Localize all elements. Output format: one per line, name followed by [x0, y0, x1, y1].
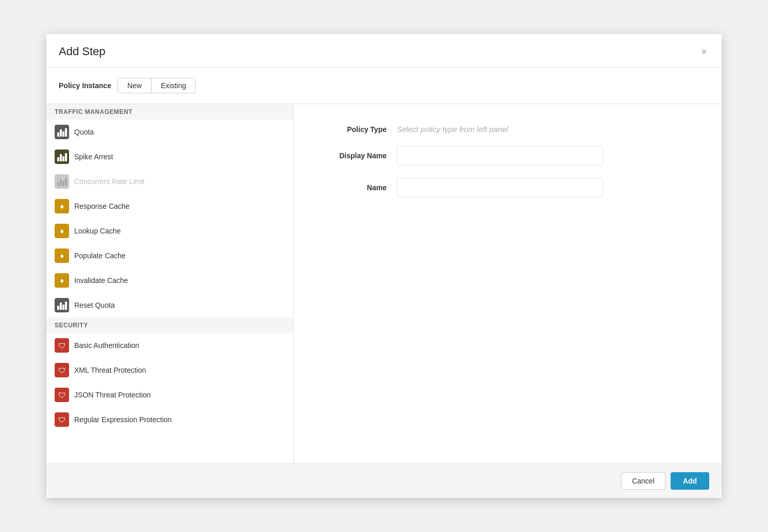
list-item-regex-protection[interactable]: 🛡 Regular Expression Protection: [46, 407, 293, 432]
invalidate-cache-icon: ⬧: [55, 273, 69, 288]
regex-protection-label: Regular Expression Protection: [74, 415, 172, 424]
list-item-response-cache[interactable]: ⬧ Response Cache: [46, 194, 293, 219]
invalidate-cache-label: Invalidate Cache: [74, 276, 128, 285]
shield-icon-regex: 🛡: [58, 415, 66, 424]
concurrent-rate-limit-label: Concurrent Rate Limit: [74, 177, 144, 186]
diamond-icon-response: ⬧: [59, 202, 64, 211]
bar-chart-icon-concurrent: [56, 176, 69, 188]
diamond-icon-lookup: ⬧: [59, 226, 64, 236]
existing-toggle-button[interactable]: Existing: [152, 78, 195, 93]
display-name-row: Display Name: [325, 146, 691, 165]
new-toggle-button[interactable]: New: [118, 78, 152, 93]
policy-instance-toggle: New Existing: [118, 78, 196, 93]
dialog-body: Policy Instance New Existing TRAFFIC MAN…: [46, 68, 722, 463]
lookup-cache-icon: ⬧: [55, 224, 69, 238]
list-item-spike-arrest[interactable]: Spike Arrest: [46, 144, 293, 169]
list-item-populate-cache[interactable]: ⬧ Populate Cache: [46, 243, 293, 268]
basic-auth-icon: 🛡: [55, 338, 69, 353]
right-panel: Policy Type Select policy type from left…: [294, 104, 722, 463]
response-cache-icon: ⬧: [55, 199, 69, 213]
content-area: TRAFFIC MANAGEMENT Quota: [46, 104, 722, 463]
display-name-label: Display Name: [325, 152, 387, 160]
list-item-basic-auth[interactable]: 🛡 Basic Authentication: [46, 333, 293, 358]
list-item-invalidate-cache[interactable]: ⬧ Invalidate Cache: [46, 268, 293, 293]
policy-instance-label: Policy Instance: [59, 81, 111, 90]
dialog-footer: Cancel Add: [46, 463, 722, 498]
diamond-icon-invalidate: ⬧: [59, 276, 64, 285]
populate-cache-icon: ⬧: [55, 248, 69, 263]
concurrent-icon: [55, 174, 69, 189]
lookup-cache-label: Lookup Cache: [74, 227, 121, 235]
policy-instance-row: Policy Instance New Existing: [46, 68, 722, 104]
quota-label: Quota: [74, 128, 94, 136]
bar-chart-icon-spike: [56, 151, 69, 163]
add-button[interactable]: Add: [671, 472, 709, 490]
dialog-header: Add Step ×: [46, 34, 722, 68]
display-name-input[interactable]: [397, 146, 603, 165]
policy-type-row: Policy Type Select policy type from left…: [325, 125, 691, 134]
quota-icon: [55, 125, 69, 139]
list-item-lookup-cache[interactable]: ⬧ Lookup Cache: [46, 219, 293, 243]
list-item-xml-threat[interactable]: 🛡 XML Threat Protection: [46, 358, 293, 383]
reset-quota-label: Reset Quota: [74, 301, 115, 309]
spike-arrest-icon: [55, 149, 69, 164]
diamond-icon-populate: ⬧: [59, 251, 64, 260]
category-security: SECURITY: [46, 318, 293, 333]
close-button[interactable]: ×: [699, 44, 709, 59]
name-row: Name: [325, 178, 691, 197]
reset-quota-icon: [55, 298, 69, 312]
spike-arrest-label: Spike Arrest: [74, 153, 113, 161]
shield-icon-basic: 🛡: [58, 341, 66, 350]
list-item-json-threat[interactable]: 🛡 JSON Threat Protection: [46, 383, 293, 407]
category-traffic-management: TRAFFIC MANAGEMENT: [46, 104, 293, 120]
list-item-quota[interactable]: Quota: [46, 120, 293, 144]
populate-cache-label: Populate Cache: [74, 252, 126, 260]
regex-protection-icon: 🛡: [55, 412, 69, 427]
response-cache-label: Response Cache: [74, 202, 129, 210]
left-panel: TRAFFIC MANAGEMENT Quota: [46, 104, 294, 463]
policy-type-placeholder: Select policy type from left panel: [397, 125, 508, 134]
dialog-title: Add Step: [59, 45, 106, 58]
shield-icon-json: 🛡: [58, 391, 66, 400]
bar-chart-icon: [56, 126, 69, 138]
list-item-concurrent-rate-limit: Concurrent Rate Limit: [46, 169, 293, 194]
bar-chart-icon-reset: [56, 300, 69, 311]
xml-threat-label: XML Threat Protection: [74, 366, 146, 374]
xml-threat-icon: 🛡: [55, 363, 69, 377]
name-input[interactable]: [397, 178, 603, 197]
cancel-button[interactable]: Cancel: [621, 472, 665, 490]
json-threat-label: JSON Threat Protection: [74, 391, 151, 399]
shield-icon-xml: 🛡: [58, 366, 66, 375]
basic-auth-label: Basic Authentication: [74, 341, 139, 350]
policy-type-label: Policy Type: [325, 125, 387, 134]
name-label: Name: [325, 184, 387, 192]
json-threat-icon: 🛡: [55, 388, 69, 402]
add-step-dialog: Add Step × Policy Instance New Existing …: [46, 34, 722, 498]
list-item-reset-quota[interactable]: Reset Quota: [46, 293, 293, 318]
